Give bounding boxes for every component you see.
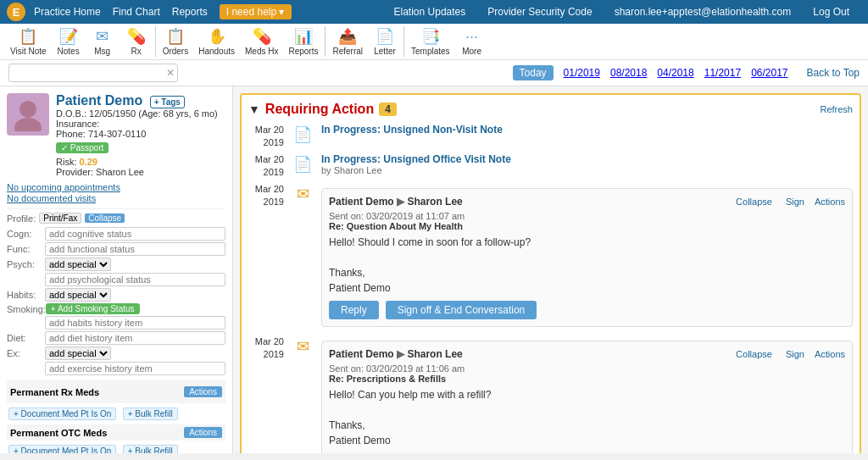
toolbar-handouts[interactable]: ✋ Handouts bbox=[193, 25, 240, 58]
patient-name: Patient Demo + Tags bbox=[56, 93, 218, 108]
nav-logout[interactable]: Log Out bbox=[813, 6, 849, 18]
psych-text-input[interactable] bbox=[45, 273, 225, 286]
office-visit-note-item: Mar 202019 📄 In Progress: Unsigned Offic… bbox=[248, 153, 853, 180]
risk-value: 0.29 bbox=[80, 157, 97, 167]
msg1-arrow: ▶ bbox=[397, 196, 407, 208]
office-visit-title[interactable]: In Progress: Unsigned Office Visit Note bbox=[321, 153, 853, 165]
envelope-icon-2: ✉ bbox=[297, 337, 309, 356]
search-clear-icon[interactable]: ✕ bbox=[166, 67, 175, 79]
habits-text-input[interactable] bbox=[45, 316, 225, 330]
msg1-reply-button[interactable]: Reply bbox=[329, 301, 379, 319]
psych-input-field bbox=[7, 273, 225, 286]
toolbar-rx[interactable]: 💊 Rx bbox=[120, 25, 153, 58]
permanent-rx-actions[interactable]: Actions bbox=[184, 386, 222, 397]
toolbar-reports[interactable]: 📊 Reports bbox=[283, 25, 323, 58]
top-nav: E Practice Home Find Chart Reports I nee… bbox=[0, 0, 868, 24]
toolbar-meds-hx[interactable]: 💊 Meds Hx bbox=[240, 25, 283, 58]
permanent-otc-label: Permanent OTC Meds bbox=[10, 428, 107, 438]
patient-header: Patient Demo + Tags D.O.B.: 12/05/1950 (… bbox=[7, 93, 225, 177]
date-11-2017[interactable]: 11/2017 bbox=[704, 67, 741, 79]
msg-icon: ✉ bbox=[96, 27, 108, 46]
message-box-2: Patient Demo ▶ Sharon Lee Collapse Sign … bbox=[321, 341, 853, 453]
date-08-2018[interactable]: 08/2018 bbox=[610, 67, 647, 79]
nav-elation-updates[interactable]: Elation Updates bbox=[394, 6, 466, 18]
add-smoking-button[interactable]: + Add Smoking Status bbox=[46, 303, 140, 314]
right-content: ▼ Requiring Action 4 Refresh Mar 202019 … bbox=[233, 86, 868, 453]
diet-input[interactable] bbox=[45, 331, 225, 345]
print-fax-button[interactable]: Print/Fax bbox=[39, 213, 81, 224]
msg2-collapse[interactable]: Collapse bbox=[736, 349, 772, 359]
doc-med-pt-otc-button[interactable]: + Document Med Pt Is On bbox=[8, 445, 116, 453]
more-icon: ··· bbox=[465, 28, 478, 46]
patient-phone: Phone: 714-307-0110 bbox=[56, 129, 218, 139]
nav-need-help[interactable]: I need help ▾ bbox=[220, 4, 292, 19]
toolbar-msg[interactable]: ✉ Msg bbox=[86, 25, 120, 58]
psych-select[interactable]: add special bbox=[45, 258, 111, 271]
date-04-2018[interactable]: 04/2018 bbox=[657, 67, 693, 79]
func-input[interactable] bbox=[45, 242, 225, 256]
msg1-collapse[interactable]: Collapse bbox=[736, 197, 772, 207]
requiring-action-header: ▼ Requiring Action 4 Refresh bbox=[248, 102, 853, 117]
date-06-2017[interactable]: 06/2017 bbox=[751, 67, 787, 79]
toolbar-visit-note[interactable]: 📋 Visit Note bbox=[5, 25, 52, 58]
nav-find-chart[interactable]: Find Chart bbox=[113, 6, 160, 18]
visits-link[interactable]: No documented visits bbox=[7, 193, 225, 203]
permanent-otc-actions[interactable]: Actions bbox=[184, 427, 222, 438]
logo: E bbox=[7, 3, 25, 21]
habits-select[interactable]: add special bbox=[45, 288, 111, 302]
msg2-re: Re: Prescriptions & Refills bbox=[329, 374, 845, 384]
appointments-link[interactable]: No upcoming appointments bbox=[7, 182, 225, 192]
smoking-field: Smoking: + Add Smoking Status bbox=[7, 303, 225, 314]
bulk-refill-button[interactable]: + Bulk Refill bbox=[123, 407, 178, 420]
document-icon: 📄 bbox=[293, 125, 312, 144]
msg2-actions-btn[interactable]: Actions bbox=[815, 349, 845, 359]
collapse-button[interactable]: Collapse bbox=[85, 213, 125, 223]
habits-label: Habits: bbox=[7, 290, 45, 300]
requiring-action-refresh[interactable]: Refresh bbox=[820, 104, 853, 114]
date-01-2019[interactable]: 01/2019 bbox=[564, 67, 600, 79]
toolbar-referral[interactable]: 📤 Referral bbox=[327, 25, 368, 58]
permanent-rx-label: Permanent Rx Meds bbox=[10, 387, 99, 397]
document-icon-2: 📄 bbox=[293, 155, 312, 174]
orders-icon: 📋 bbox=[166, 27, 185, 46]
ex-text-input[interactable] bbox=[45, 362, 225, 375]
toolbar-separator-2 bbox=[325, 26, 326, 57]
msg1-signoff-button[interactable]: Sign off & End Conversation bbox=[386, 301, 537, 319]
toolbar-orders[interactable]: 📋 Orders bbox=[158, 25, 194, 58]
msg1-sign[interactable]: Sign bbox=[786, 197, 804, 207]
nav-practice-home[interactable]: Practice Home bbox=[34, 6, 101, 18]
permanent-rx-section: Permanent Rx Meds Actions bbox=[7, 380, 225, 403]
risk-text: Risk: 0.29 bbox=[56, 157, 218, 167]
toolbar-more[interactable]: ··· More bbox=[455, 26, 489, 58]
msg1-actions-btn[interactable]: Actions bbox=[815, 197, 845, 207]
non-visit-title[interactable]: In Progress: Unsigned Non-Visit Note bbox=[321, 124, 853, 136]
search-input[interactable] bbox=[8, 64, 178, 82]
msg2-actions: Collapse Sign Actions bbox=[736, 349, 845, 359]
tags-button[interactable]: + Tags bbox=[150, 96, 185, 108]
msg2-arrow: ▶ bbox=[397, 348, 407, 360]
toolbar-notes[interactable]: 📝 Notes bbox=[52, 25, 86, 58]
nav-user-account[interactable]: sharon.lee+apptest@elationhealth.com bbox=[615, 6, 792, 18]
nav-provider-security[interactable]: Provider Security Code bbox=[487, 6, 592, 18]
msg2-sign[interactable]: Sign bbox=[786, 349, 804, 359]
nav-reports[interactable]: Reports bbox=[172, 6, 208, 18]
ex-select[interactable]: add special bbox=[45, 346, 111, 360]
doc-med-pt-is-on-button[interactable]: + Document Med Pt Is On bbox=[8, 407, 116, 420]
msg1-from: Patient Demo ▶ Sharon Lee bbox=[329, 196, 463, 208]
ex-field: Ex: add special bbox=[7, 346, 225, 360]
toolbar-templates[interactable]: 📑 Templates bbox=[406, 25, 455, 58]
toolbar-letter[interactable]: 📄 Letter bbox=[368, 25, 402, 58]
habits-input-field bbox=[7, 316, 225, 330]
bulk-refill-otc-button[interactable]: + Bulk Refill bbox=[123, 445, 178, 453]
collapse-triangle-icon[interactable]: ▼ bbox=[248, 103, 260, 116]
today-button[interactable]: Today bbox=[513, 65, 554, 80]
passport-badge: ✓ Passport bbox=[56, 142, 108, 153]
msg2-icon-col: ✉ bbox=[291, 335, 314, 453]
office-visit-date: Mar 202019 bbox=[248, 153, 284, 180]
cogn-input[interactable] bbox=[45, 227, 225, 241]
referral-icon: 📤 bbox=[338, 27, 357, 46]
notes-icon: 📝 bbox=[59, 27, 78, 46]
msg1-sent-on: Sent on: 03/20/2019 at 11:07 am bbox=[329, 211, 845, 221]
toolbar: 📋 Visit Note 📝 Notes ✉ Msg 💊 Rx 📋 Orders… bbox=[0, 24, 868, 60]
back-to-top-link[interactable]: Back to Top bbox=[807, 67, 860, 79]
